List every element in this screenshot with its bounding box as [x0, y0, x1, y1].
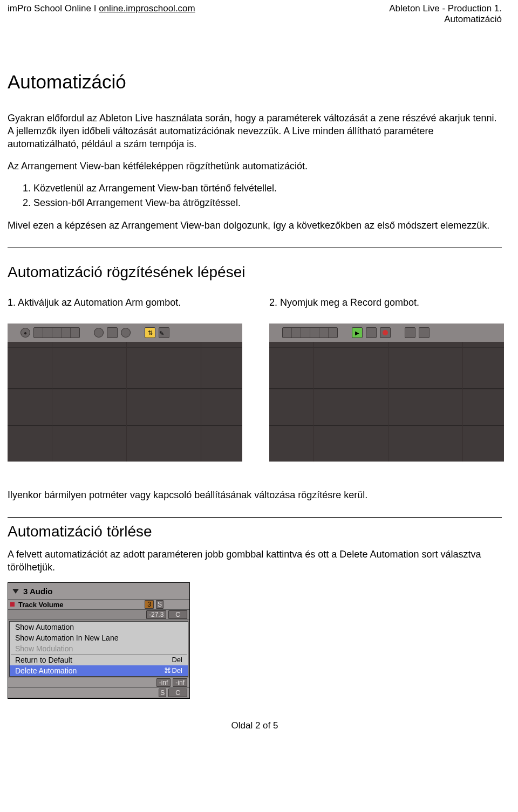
value-chip-b[interactable]: -27.3 [146, 610, 166, 619]
track-header[interactable]: 3 Audio [8, 583, 189, 600]
transport-button[interactable]: ● [21, 328, 30, 338]
track-row-top: Track Volume 3 S [8, 600, 189, 610]
list-item-1: 1. Közvetlenül az Arrangement View-ban t… [23, 181, 502, 196]
intro-paragraph: Gyakran előfordul az Ableton Live haszná… [8, 112, 502, 151]
track-row-3: -inf -inf [8, 678, 189, 688]
inf-chip-2[interactable]: -inf [173, 678, 187, 687]
header-left: imPro School Online I online.improschool… [8, 3, 195, 25]
play-button[interactable]: ▶ [352, 327, 363, 338]
header-left-plain: imPro School Online I [8, 3, 99, 13]
section-delete-title: Automatizáció törlése [8, 523, 502, 540]
menu-show-automation[interactable]: Show Automation [10, 622, 188, 632]
page-title: Automatizáció [8, 71, 502, 93]
toolbar-left: ● ⇅ ✎ [8, 324, 242, 342]
inf-chip-1[interactable]: -inf [156, 678, 171, 687]
step-2-column: 2. Nyomjuk meg a Record gombot. ▶ [269, 297, 504, 462]
record-button[interactable] [380, 327, 391, 338]
c-chip-2[interactable]: C [168, 689, 187, 697]
header-left-link[interactable]: online.improschool.com [99, 3, 195, 13]
extra-button-2[interactable] [419, 327, 430, 338]
menu-delete-automation[interactable]: Delete Automation Del [10, 665, 188, 676]
value-chip-a[interactable]: 3 [145, 600, 154, 609]
solo-chip[interactable]: S [156, 600, 163, 609]
section-steps-title: Automatizáció rögzítésének lépései [8, 264, 502, 281]
control-knob-1[interactable] [94, 328, 104, 338]
menu-show-automation-new-lane[interactable]: Show Automation In New Lane [10, 632, 188, 643]
solo-chip-2[interactable]: S [159, 689, 166, 697]
track-name: 3 Audio [23, 587, 52, 596]
list-item-2: 2. Session-ből Arrangement View-ba átrög… [23, 196, 502, 210]
shortcut-del: Del [172, 656, 182, 664]
steps-row: 1. Aktiváljuk az Automation Arm gombot. … [8, 297, 502, 462]
param-name: Track Volume [18, 601, 142, 609]
list-intro: Az Arrangement View-ban kétféleképpen rö… [8, 160, 502, 173]
collapse-icon[interactable] [12, 589, 19, 594]
header-right-line1: Ableton Live - Production 1. [389, 3, 502, 14]
quantize-segments[interactable] [33, 327, 80, 338]
page-footer: Oldal 2 of 5 [8, 720, 502, 731]
divider-1 [8, 247, 502, 247]
automation-arm-button[interactable]: ⇅ [145, 327, 155, 338]
step-1-label: 1. Aktiváljuk az Automation Arm gombot. [8, 297, 242, 308]
control-knob-2[interactable] [121, 328, 131, 338]
extra-button-1[interactable] [405, 327, 415, 338]
record-note: Ilyenkor bármilyen potméter vagy kapcsol… [8, 488, 502, 501]
record-arm-icon[interactable] [10, 602, 15, 607]
method-note: Mivel ezen a képzésen az Arrangement Vie… [8, 219, 502, 232]
draw-mode-button[interactable]: ✎ [159, 327, 169, 338]
step-1-column: 1. Aktiváljuk az Automation Arm gombot. … [8, 297, 242, 462]
delete-paragraph: A felvett automatizációt az adott paramé… [8, 548, 502, 574]
header-right: Ableton Live - Production 1. Automatizác… [389, 3, 502, 25]
divider-2 [8, 517, 502, 518]
page-header: imPro School Online I online.improschool… [8, 3, 502, 25]
track-row-4: S C [8, 688, 189, 698]
screenshot-record: ▶ [269, 324, 504, 462]
screenshot-automation-arm: ● ⇅ ✎ [8, 324, 242, 462]
toolbar-right: ▶ [269, 324, 504, 342]
screenshot-context-menu: 3 Audio Track Volume 3 S -27.3 C Show Au… [8, 582, 190, 699]
display-segments[interactable] [282, 327, 338, 338]
menu-return-default[interactable]: Return to Default Del [10, 655, 188, 665]
header-right-line2: Automatizáció [389, 14, 502, 25]
shortcut-cmd-del: Del [164, 666, 182, 675]
track-row-2: -27.3 C [8, 610, 189, 620]
control-box[interactable] [107, 327, 118, 338]
stop-button[interactable] [366, 327, 377, 338]
c-chip[interactable]: C [168, 610, 187, 619]
context-menu: Show Automation Show Automation In New L… [9, 621, 188, 677]
step-2-label: 2. Nyomjuk meg a Record gombot. [269, 297, 504, 308]
menu-show-modulation: Show Modulation [10, 643, 188, 654]
